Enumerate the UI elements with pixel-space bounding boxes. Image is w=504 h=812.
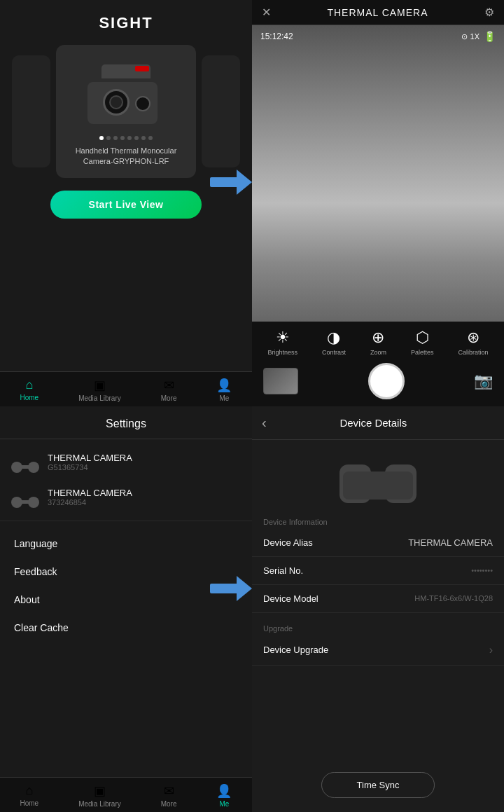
media-icon: ▣	[94, 783, 106, 799]
cam-lens-main	[103, 89, 130, 116]
nav-more[interactable]: ✉ More	[161, 378, 177, 402]
settings-nav-media[interactable]: ▣ Media Library	[78, 783, 121, 808]
device-alias-label: Device Alias	[263, 537, 313, 548]
device-name-1: THERMAL CAMERA	[48, 453, 132, 463]
me-icon: 👤	[216, 783, 232, 799]
calibration-icon: ⊛	[467, 329, 479, 347]
chevron-right-icon: ›	[489, 644, 493, 656]
more-label: More	[161, 800, 177, 808]
device-name-2: THERMAL CAMERA	[48, 488, 132, 498]
cam-lens-inner	[109, 95, 123, 109]
shutter-button[interactable]	[368, 363, 405, 399]
thermal-icons-row: ☀ Brightness ◑ Contrast ⊕ Zoom ⬡ Palette…	[252, 322, 504, 359]
brightness-label: Brightness	[267, 349, 298, 356]
media-library-icon: ▣	[94, 378, 106, 393]
start-live-view-button[interactable]: Start Live View	[50, 191, 202, 219]
serial-no-label: Serial No.	[263, 565, 303, 576]
hud-right: ⊙ 1X 🔋	[461, 31, 496, 42]
device-serial-2: 373246854	[48, 498, 132, 507]
product-image	[77, 59, 175, 129]
settings-nav-me[interactable]: 👤 Me	[216, 783, 232, 808]
sight-screen: SIGHT	[0, 0, 252, 406]
contrast-icon: ◑	[327, 329, 340, 347]
thermal-bottom-row: 📷	[252, 359, 504, 406]
thumbnail-preview	[263, 368, 298, 394]
cam-badge	[135, 66, 149, 71]
thermal-live-view: 15:12:42 ⊙ 1X 🔋	[252, 25, 504, 322]
brightness-icon: ☀	[276, 329, 290, 347]
device-info-2: THERMAL CAMERA 373246854	[48, 488, 132, 507]
cam-top	[102, 64, 150, 78]
close-button[interactable]: ✕	[262, 6, 271, 19]
device-item-1[interactable]: THERMAL CAMERA G51365734	[0, 445, 252, 480]
device-icon-1	[11, 452, 39, 473]
zoom-label: Zoom	[370, 349, 386, 356]
device-details-header: ‹ Device Details	[252, 406, 504, 440]
right-side-card	[202, 55, 240, 167]
me-icon: 👤	[216, 378, 232, 393]
dot-4[interactable]	[120, 136, 125, 140]
brightness-control[interactable]: ☀ Brightness	[267, 329, 298, 356]
nav-media-library[interactable]: ▣ Media Library	[78, 378, 121, 402]
bino-right-1	[28, 462, 39, 473]
main-product-card[interactable]: Handheld Thermal Monocular Camera-GRYPHO…	[56, 45, 196, 178]
palettes-label: Palettes	[411, 349, 434, 356]
zoom-control[interactable]: ⊕ Zoom	[370, 329, 386, 356]
dot-8[interactable]	[148, 136, 153, 140]
bino-right-2	[28, 497, 39, 508]
dot-6[interactable]	[134, 136, 139, 140]
menu-language[interactable]: Language	[0, 530, 252, 558]
back-button[interactable]: ‹	[262, 415, 267, 431]
device-image-area	[252, 440, 504, 514]
thermal-camera-screen: ✕ THERMAL CAMERA ⚙ 15:12:42 ⊙ 1X 🔋 ☀	[252, 0, 504, 406]
nav-me[interactable]: 👤 Me	[216, 378, 232, 402]
home-icon: ⌂	[25, 378, 33, 392]
thermal-header: ✕ THERMAL CAMERA ⚙	[252, 0, 504, 25]
settings-menu: Language Feedback About Clear Cache	[0, 521, 252, 650]
settings-bottom-nav: ⌂ Home ▣ Media Library ✉ More 👤 Me	[0, 777, 252, 812]
palettes-control[interactable]: ⬡ Palettes	[411, 329, 434, 356]
device-upgrade-label: Device Upgrade	[263, 645, 328, 655]
device-upgrade-row[interactable]: Device Upgrade ›	[252, 635, 504, 666]
sight-bottom-nav: ⌂ Home ▣ Media Library ✉ More 👤 Me	[0, 371, 252, 406]
device-serial-1: G51365734	[48, 463, 132, 472]
menu-feedback[interactable]: Feedback	[0, 558, 252, 586]
dot-7[interactable]	[141, 136, 146, 140]
dot-5[interactable]	[127, 136, 132, 140]
nav-home[interactable]: ⌂ Home	[20, 378, 38, 402]
media-library-label: Media Library	[78, 394, 121, 402]
grid-layout: SIGHT	[0, 0, 504, 812]
carousel-dots	[99, 136, 153, 140]
bino-body-bridge	[343, 472, 413, 500]
device-details-title: Device Details	[274, 417, 473, 429]
dot-2[interactable]	[106, 136, 111, 140]
contrast-control[interactable]: ◑ Contrast	[322, 329, 346, 356]
device-icon-2	[11, 487, 39, 508]
product-label: Handheld Thermal Monocular Camera-GRYPHO…	[66, 146, 186, 167]
device-model-value: HM-TF16-6x6/W-1Q28	[414, 594, 493, 603]
home-label: Home	[20, 799, 38, 807]
me-label: Me	[220, 394, 230, 402]
hud-zoom: ⊙ 1X	[461, 32, 479, 41]
me-label: Me	[220, 800, 230, 808]
sight-title: SIGHT	[99, 14, 153, 32]
more-icon: ✉	[164, 378, 174, 393]
gear-icon[interactable]: ⚙	[484, 6, 494, 19]
dot-3[interactable]	[113, 136, 118, 140]
menu-clear-cache[interactable]: Clear Cache	[0, 614, 252, 642]
device-alias-row: Device Alias THERMAL CAMERA	[252, 529, 504, 557]
device-info-1: THERMAL CAMERA G51365734	[48, 453, 132, 472]
menu-about[interactable]: About	[0, 586, 252, 614]
more-icon: ✉	[164, 783, 174, 799]
media-label: Media Library	[78, 800, 121, 808]
time-sync-button[interactable]: Time Sync	[321, 772, 435, 798]
settings-nav-more[interactable]: ✉ More	[161, 783, 177, 808]
calibration-control[interactable]: ⊛ Calibration	[458, 329, 488, 356]
cam-lens-secondary	[135, 96, 150, 111]
calibration-label: Calibration	[458, 349, 488, 356]
device-item-2[interactable]: THERMAL CAMERA 373246854	[0, 480, 252, 515]
home-label: Home	[20, 394, 38, 401]
photo-icon[interactable]: 📷	[474, 372, 493, 390]
settings-nav-home[interactable]: ⌂ Home	[20, 783, 38, 808]
dot-1[interactable]	[99, 136, 104, 140]
